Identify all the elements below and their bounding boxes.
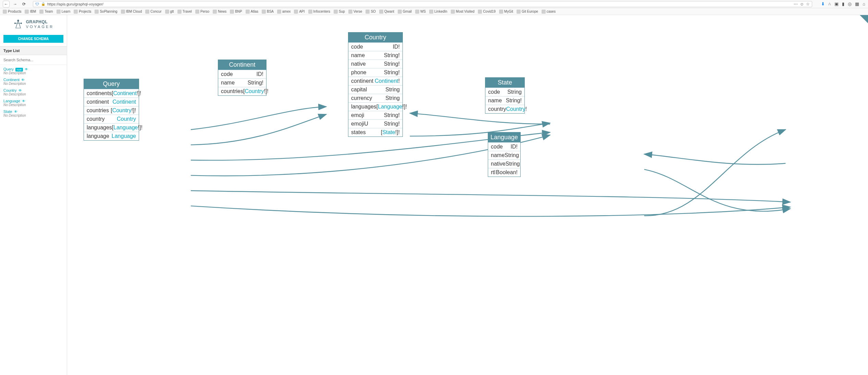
type-list-item[interactable]: State 👁No Description <box>3 109 63 117</box>
field-row[interactable]: codeID! <box>218 70 266 78</box>
eye-icon[interactable]: 👁 <box>21 78 25 82</box>
ext2-icon[interactable]: ▦ <box>855 1 859 7</box>
node-header[interactable]: Language <box>488 132 520 142</box>
forward-button[interactable]: → <box>12 1 18 8</box>
bookmark-item[interactable]: BNP <box>230 10 242 14</box>
eye-icon[interactable]: 👁 <box>22 99 25 103</box>
field-row[interactable]: emojiString! <box>348 111 402 119</box>
bookmark-item[interactable]: Infocenters <box>308 10 330 14</box>
type-list-item[interactable]: Language 👁No Description <box>3 99 63 107</box>
bookmark-item[interactable]: LinkedIn <box>429 10 447 14</box>
field-row[interactable]: states[State!]! <box>348 128 402 137</box>
bookmark-item[interactable]: API <box>294 10 305 14</box>
bookmark-item[interactable]: WS <box>415 10 426 14</box>
search-schema-input[interactable] <box>0 55 67 65</box>
node-header[interactable]: Continent <box>218 60 266 70</box>
bookmark-item[interactable]: Products <box>3 10 21 14</box>
field-row[interactable]: currencyString <box>348 94 402 102</box>
bookmark-item[interactable]: Sup <box>334 10 345 14</box>
field-row[interactable]: languageLanguage <box>84 132 139 140</box>
type-list-item[interactable]: Country 👁No Description <box>3 88 63 96</box>
field-row[interactable]: phoneString! <box>348 68 402 77</box>
type-link[interactable]: Language <box>3 99 20 103</box>
field-row[interactable]: codeID! <box>488 142 520 151</box>
field-row[interactable]: nameString! <box>218 78 266 87</box>
field-row[interactable]: countryCountry <box>84 115 139 123</box>
bookmark-item[interactable]: Most Visited <box>451 10 474 14</box>
bookmark-item[interactable]: Atlas <box>246 10 258 14</box>
ext1-icon[interactable]: ▮ <box>842 1 844 7</box>
node-language[interactable]: LanguagecodeID!nameStringnativeStringrtl… <box>488 132 521 177</box>
bookmark-item[interactable]: Qwant <box>379 10 394 14</box>
bookmark-item[interactable]: amex <box>277 10 290 14</box>
bookmark-item[interactable]: News <box>213 10 226 14</box>
field-row[interactable]: countryCountry! <box>485 105 524 113</box>
field-row[interactable]: nativeString! <box>348 60 402 68</box>
node-header[interactable]: State <box>485 78 524 88</box>
more-icon[interactable]: ⋯ <box>794 2 798 7</box>
field-row[interactable]: nativeString <box>488 159 520 168</box>
field-row[interactable]: emojiUString! <box>348 119 402 128</box>
node-query[interactable]: Querycontinents[Continent!]!continentCon… <box>84 79 139 141</box>
bookmark-item[interactable]: BSA <box>262 10 274 14</box>
field-row[interactable]: rtlBoolean! <box>488 168 520 177</box>
type-link[interactable]: State <box>3 109 12 114</box>
type-link[interactable]: Query <box>3 67 14 71</box>
field-row[interactable]: continentContinent! <box>348 77 402 85</box>
field-row[interactable]: continentContinent <box>84 98 139 106</box>
node-state[interactable]: StatecodeStringnameString!countryCountry… <box>485 77 525 114</box>
field-row[interactable]: languages[Language!]! <box>84 123 139 132</box>
bookmark-item[interactable]: IBM Cloud <box>121 10 142 14</box>
download-icon[interactable]: ⬇ <box>821 1 825 7</box>
field-row[interactable]: capitalString <box>348 85 402 94</box>
bookmark-item[interactable]: MyGit <box>499 10 513 14</box>
account-icon[interactable]: ◎ <box>848 1 852 7</box>
field-row[interactable]: languages[Language!]! <box>348 102 402 111</box>
back-button[interactable]: ← <box>3 1 10 8</box>
node-header[interactable]: Query <box>84 79 139 89</box>
bookmark-item[interactable]: Concur <box>145 10 161 14</box>
node-country[interactable]: CountrycodeID!nameString!nativeString!ph… <box>348 32 403 137</box>
bookmark-item[interactable]: Projects <box>74 10 91 14</box>
bookmark-item[interactable]: Team <box>39 10 53 14</box>
reader-icon[interactable]: ☺ <box>800 2 804 7</box>
bookmark-item[interactable]: Covid19 <box>478 10 496 14</box>
type-list-item[interactable]: Query root 👁No Description <box>3 67 63 75</box>
field-row[interactable]: nameString! <box>485 96 524 105</box>
field-row[interactable]: countries[Country!]! <box>218 87 266 95</box>
bookmark-item[interactable]: Git Europe <box>517 10 538 14</box>
bookmark-item[interactable]: SO <box>365 10 375 14</box>
change-schema-button[interactable]: CHANGE SCHEMA <box>3 35 63 43</box>
home-icon[interactable]: ⌂ <box>863 1 865 7</box>
field-row[interactable]: codeString <box>485 88 524 96</box>
bookmark-item[interactable]: SoPlanning <box>95 10 117 14</box>
bookmark-item[interactable]: Learn <box>57 10 71 14</box>
field-row[interactable]: nameString <box>488 151 520 159</box>
field-row[interactable]: nameString! <box>348 51 402 60</box>
schema-canvas[interactable]: Querycontinents[Continent!]!continentCon… <box>67 15 868 375</box>
sidebar-icon[interactable]: ▣ <box>834 1 839 7</box>
bookmark-item[interactable]: Perso <box>195 10 209 14</box>
field-row[interactable]: countries[Country!]! <box>84 106 139 115</box>
star-icon[interactable]: ☆ <box>806 2 810 7</box>
eye-icon[interactable]: 👁 <box>25 67 28 71</box>
eye-icon[interactable]: 👁 <box>14 110 17 114</box>
bookmark-item[interactable]: Verse <box>348 10 362 14</box>
corner-flag[interactable] <box>860 15 868 23</box>
reload-button[interactable]: ⟳ <box>21 1 27 8</box>
type-link[interactable]: Continent <box>3 78 20 82</box>
type-list-item[interactable]: Continent 👁No Description <box>3 78 63 86</box>
bookmark-item[interactable]: IBM <box>25 10 36 14</box>
bookmark-item[interactable]: Gmail <box>398 10 412 14</box>
bookmark-item[interactable]: gtt <box>165 10 174 14</box>
field-row[interactable]: codeID! <box>348 42 402 51</box>
field-row[interactable]: continents[Continent!]! <box>84 89 139 98</box>
node-header[interactable]: Country <box>348 33 402 42</box>
bookmark-item[interactable]: Travel <box>177 10 192 14</box>
bookmark-item[interactable]: cases <box>542 10 556 14</box>
library-icon[interactable]: ⑃ <box>828 1 831 7</box>
type-link[interactable]: Country <box>3 88 17 92</box>
url-bar[interactable]: 🛡 🔒 https://apis.guru/graphql-voyager/ ⋯… <box>33 1 812 7</box>
eye-icon[interactable]: 👁 <box>18 89 22 92</box>
node-continent[interactable]: ContinentcodeID!nameString!countries[Cou… <box>218 60 266 96</box>
